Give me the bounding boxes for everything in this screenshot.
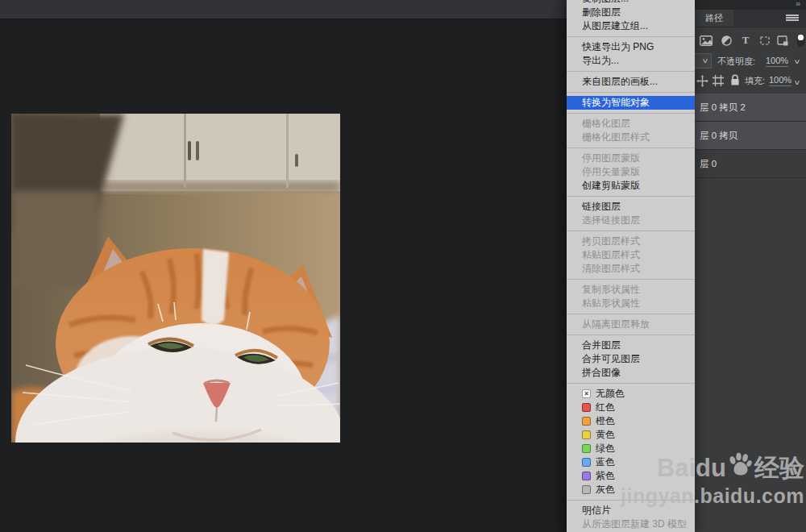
menu-item-copy-shape-attributes: 复制形状属性 — [567, 283, 695, 297]
menu-item-disable-layer-mask: 停用图层蒙版 — [567, 152, 695, 165]
menu-separator — [567, 383, 695, 384]
pixel-layer-filter-icon[interactable] — [698, 32, 714, 48]
menu-item-label: 清除图层样式 — [582, 263, 640, 274]
lock-all-icon[interactable] — [730, 74, 740, 88]
opacity-label: 不透明度: — [717, 56, 755, 68]
color-red-swatch-icon — [582, 403, 591, 412]
menu-item-label: 从隔离图层释放 — [582, 318, 650, 330]
menu-item-label: 删除图层 — [582, 6, 621, 18]
panel-topstrip: » — [695, 0, 806, 10]
smart-object-filter-icon[interactable] — [775, 32, 791, 48]
menu-item-release-from-isolation: 从隔离图层释放 — [567, 318, 695, 331]
menu-separator — [567, 113, 695, 114]
collapse-panels-icon[interactable]: » — [796, 0, 801, 8]
opacity-value[interactable]: 100% — [766, 56, 788, 67]
menu-item-label: 灰色 — [596, 484, 615, 495]
menu-item-label: 选择链接图层 — [582, 214, 640, 226]
menu-item-label: 复制图层... — [582, 0, 629, 4]
menu-item-color-orange[interactable]: 橙色 — [567, 414, 695, 428]
color-orange-swatch-icon — [582, 417, 591, 426]
menu-item-label: 合并图层 — [582, 339, 621, 351]
menu-item-label: 绿色 — [596, 443, 615, 454]
menu-item-no-color[interactable]: 无颜色 — [567, 387, 695, 401]
menu-item-disable-vector-mask: 停用矢量蒙版 — [567, 165, 695, 179]
watermark-brand: Baidu 经验 — [621, 451, 804, 484]
menu-item-link-layers[interactable]: 链接图层 — [567, 200, 695, 214]
menu-item-label: 粘贴形状属性 — [582, 297, 640, 309]
panel-tabbar: 路径 — [695, 10, 806, 27]
menu-separator — [567, 148, 695, 148]
menu-item-label: 拷贝图层样式 — [582, 235, 640, 247]
menu-item-label: 粘贴图层样式 — [582, 249, 640, 260]
menu-item-label: 停用图层蒙版 — [582, 152, 640, 164]
watermark: Baidu 经验 jingyan.baidu.com — [621, 451, 804, 507]
menu-item-export-as[interactable]: 导出为... — [567, 54, 695, 68]
menu-item-label: 停用矢量蒙版 — [582, 166, 640, 177]
chevron-down-icon[interactable]: ∨ — [793, 58, 800, 65]
menu-item-create-clipping-mask[interactable]: 创建剪贴蒙版 — [567, 179, 695, 193]
opacity-row: ∨ 不透明度: 100% ∨ — [695, 52, 806, 71]
menu-item-label: 紫色 — [596, 470, 615, 481]
document-canvas[interactable] — [11, 114, 340, 443]
menu-item-merge-layers[interactable]: 合并图层 — [567, 339, 695, 352]
menu-item-label: 栅格化图层样式 — [582, 131, 650, 143]
menu-separator — [567, 279, 695, 280]
menu-item-label: 合并可见图层 — [582, 353, 640, 364]
menu-item-label: 创建剪贴蒙版 — [582, 180, 640, 191]
menu-item-artboard-from-layers[interactable]: 来自图层的画板... — [567, 75, 695, 89]
menu-item-copy-layer-style: 拷贝图层样式 — [567, 235, 695, 248]
menu-item-label: 转换为智能对象 — [582, 97, 650, 108]
layer-row-layer-0-copy[interactable]: 层 0 拷贝 — [695, 122, 806, 150]
menu-item-group-from-layers[interactable]: 从图层建立组... — [567, 19, 695, 33]
layers-list: 层 0 拷贝 2层 0 拷贝层 0 — [695, 94, 806, 178]
menu-item-label: 拼合图像 — [582, 367, 621, 378]
menu-item-color-red[interactable]: 红色 — [567, 401, 695, 414]
adjustment-layer-filter-icon[interactable] — [718, 32, 734, 48]
fill-label: 填充: — [745, 75, 765, 87]
color-yellow-swatch-icon — [582, 430, 591, 439]
menu-item-label: 黄色 — [596, 429, 615, 440]
menu-item-label: 从所选图层新建 3D 模型 — [582, 518, 687, 530]
fill-row: 填充: 100% ∨ — [695, 73, 806, 92]
cat-photo — [11, 114, 340, 443]
menu-item-clear-layer-style: 清除图层样式 — [567, 262, 695, 276]
panel-menu-icon[interactable] — [786, 15, 799, 23]
menu-separator — [567, 231, 695, 231]
menu-item-duplicate-layer[interactable]: 复制图层... — [567, 0, 695, 6]
menu-separator — [567, 196, 695, 197]
menu-item-convert-to-smart-object[interactable]: 转换为智能对象 — [567, 96, 695, 110]
menu-item-label: 明信片 — [582, 505, 611, 516]
watermark-brand-cn: 经验 — [754, 453, 804, 484]
menu-item-label: 从图层建立组... — [582, 20, 648, 31]
menu-separator — [567, 92, 695, 93]
tab-paths[interactable]: 路径 — [695, 10, 733, 27]
menu-item-label: 蓝色 — [596, 456, 615, 468]
menu-item-paste-shape-attributes: 粘贴形状属性 — [567, 297, 695, 310]
layer-name: 层 0 — [700, 158, 717, 170]
menu-item-delete-layer[interactable]: 删除图层 — [567, 6, 695, 19]
menu-item-label: 快速导出为 PNG — [582, 41, 654, 52]
menu-item-flatten-image[interactable]: 拼合图像 — [567, 366, 695, 380]
menu-item-label: 无颜色 — [596, 388, 625, 399]
menu-item-quick-export-as-png[interactable]: 快速导出为 PNG — [567, 40, 695, 54]
menu-item-color-yellow[interactable]: 黄色 — [567, 428, 695, 442]
type-layer-filter-icon[interactable]: T — [737, 32, 754, 48]
shape-layer-filter-icon[interactable] — [757, 32, 773, 48]
menu-item-new-3d-model-from-selected-layers: 从所选图层新建 3D 模型 — [567, 517, 695, 531]
menu-item-label: 导出为... — [582, 55, 619, 66]
chevron-down-icon[interactable]: ∨ — [793, 79, 800, 86]
layer-row-layer-0-copy-2[interactable]: 层 0 拷贝 2 — [695, 94, 806, 122]
filter-toggle-switch[interactable] — [792, 32, 806, 48]
chevron-down-icon: ∨ — [701, 57, 708, 64]
menu-item-label: 栅格化图层 — [582, 118, 630, 129]
menu-item-merge-visible-layers[interactable]: 合并可见图层 — [567, 352, 695, 366]
fill-value[interactable]: 100% — [769, 75, 791, 86]
menu-item-label: 红色 — [596, 401, 615, 413]
color-green-swatch-icon — [582, 444, 591, 453]
layer-row-layer-0[interactable]: 层 0 — [695, 150, 806, 178]
lock-artboard-icon[interactable] — [713, 75, 724, 88]
lock-position-icon[interactable] — [696, 75, 708, 89]
menu-item-label: 链接图层 — [582, 201, 621, 212]
layer-name: 层 0 拷贝 — [700, 130, 737, 142]
menu-separator — [567, 335, 695, 335]
